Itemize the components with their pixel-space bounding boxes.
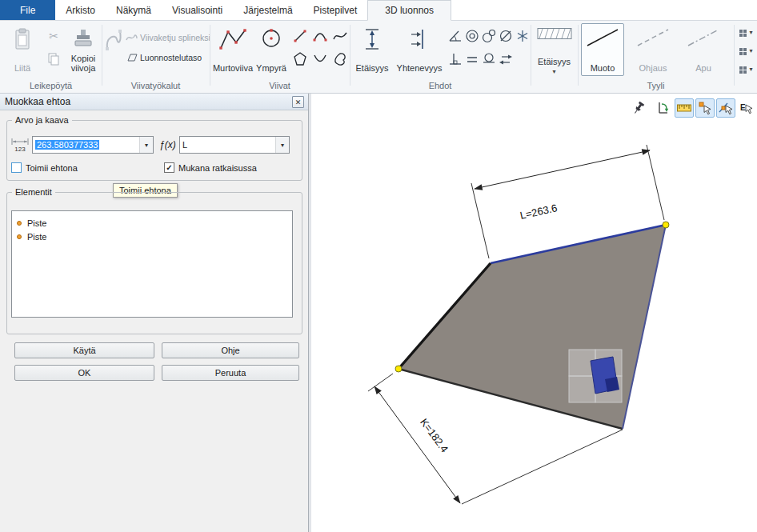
ribbon-group-line-tools: Viivaketju splineksi Luonnostelutaso Vii… <box>102 21 210 93</box>
snap-point-button[interactable] <box>695 98 715 118</box>
in-solution-checkbox[interactable]: ✓ Mukana ratkaisussa <box>164 162 257 173</box>
tab-pistepilvet[interactable]: Pistepilvet <box>303 0 368 20</box>
point-marker-icon <box>17 234 22 239</box>
list-item[interactable]: Piste <box>12 216 292 230</box>
line-segment-icon <box>292 28 308 44</box>
style-aux-button[interactable]: Apu <box>682 23 725 76</box>
measure-distance-button[interactable]: Etäisyys ▾ <box>534 23 575 76</box>
elements-listbox[interactable]: Piste Piste <box>11 210 293 318</box>
parallel-icon <box>464 51 480 67</box>
tab-visualisointi[interactable]: Visualisointi <box>162 0 233 20</box>
dialog-titlebar[interactable]: Muokkaa ehtoa ✕ <box>0 94 308 110</box>
spline-button[interactable] <box>331 26 349 46</box>
formula-dropdown-button[interactable]: ▾ <box>275 137 289 153</box>
arc-three-point-icon <box>312 51 328 67</box>
polyline-button[interactable]: Murtoviiva <box>211 23 254 76</box>
vertex-marker-top-right[interactable] <box>663 222 669 228</box>
polygon-button[interactable] <box>291 50 309 69</box>
arc-three-point-button[interactable] <box>311 50 329 69</box>
ok-button[interactable]: OK <box>14 365 154 381</box>
cut-button[interactable]: ✂ <box>43 26 64 46</box>
grid-options-button-1[interactable]: ▾ <box>735 25 756 41</box>
tab-nakyma[interactable]: Näkymä <box>106 0 162 20</box>
ruler-button[interactable] <box>675 98 694 118</box>
symmetry-constraint-button[interactable] <box>498 50 514 69</box>
sketch-drawing: L=263.6 K=182.4 <box>311 94 757 532</box>
closed-spline-button[interactable] <box>331 50 349 69</box>
ribbon-group-overflow: ▾ ▾ ▾ <box>734 21 757 93</box>
dash-dot-line-icon <box>686 27 721 48</box>
style-aux-label: Apu <box>695 63 711 73</box>
cancel-button[interactable]: Peruuta <box>162 365 299 381</box>
arc-button[interactable] <box>311 26 329 46</box>
diameter-icon <box>498 28 514 44</box>
tab-arkisto[interactable]: Arkisto <box>55 0 106 20</box>
dimension-label-k[interactable]: K=182.4 <box>418 416 451 454</box>
style-shape-label: Muoto <box>591 63 615 73</box>
parallel-constraint-button[interactable] <box>464 50 480 69</box>
value-input[interactable]: 263.580377333 ▾ <box>32 136 154 154</box>
line-segment-button[interactable] <box>291 26 309 46</box>
fix-constraint-button[interactable] <box>515 26 531 46</box>
spline-chain-button[interactable]: Viivaketju splineksi <box>126 30 210 46</box>
value-dropdown-button[interactable]: ▾ <box>139 137 153 153</box>
close-button[interactable]: ✕ <box>292 96 304 108</box>
distance-constraint-button[interactable]: Etäisyys <box>351 23 393 76</box>
ribbon: Liitä ✂ Kopioi viivoja Leikepöytä <box>0 21 757 94</box>
copy-lines-button[interactable]: Kopioi viivoja <box>66 23 101 76</box>
tab-file[interactable]: File <box>0 0 55 20</box>
pin-button[interactable] <box>629 98 648 118</box>
style-shape-button[interactable]: Muoto <box>581 23 624 76</box>
copy-lines-label: Kopioi viivoja <box>66 54 100 73</box>
perpendicular-constraint-button[interactable] <box>447 50 463 69</box>
list-item[interactable]: Piste <box>12 230 292 243</box>
tangent-circles-constraint-button[interactable] <box>481 26 497 46</box>
tangent-constraint-button[interactable] <box>481 50 497 69</box>
angle-constraint-button[interactable] <box>447 26 463 46</box>
ribbon-group-clipboard: Liitä ✂ Kopioi viivoja Leikepöytä <box>0 21 102 93</box>
blue-face-dark[interactable] <box>605 377 619 392</box>
circle-button[interactable]: Ympyrä <box>254 23 288 76</box>
drawing-canvas[interactable]: L=263.6 K=182.4 <box>311 94 757 532</box>
scissors-icon: ✂ <box>49 30 58 42</box>
formula-select[interactable]: L ▾ <box>179 136 290 154</box>
vertex-marker-left[interactable] <box>395 366 402 372</box>
snap-element-cursor-icon: E <box>739 100 755 116</box>
sketch-polygon[interactable] <box>399 225 666 429</box>
snap-line-button[interactable] <box>716 98 735 118</box>
dimension-value-icon: 123 <box>10 137 30 153</box>
canvas-toolbar: E <box>629 98 756 118</box>
in-solution-label: Mukana ratkaisussa <box>178 163 257 173</box>
diameter-constraint-button[interactable] <box>498 26 514 46</box>
apply-button[interactable]: Käytä <box>14 342 154 358</box>
grid-icon <box>739 66 747 74</box>
align-view-icon <box>655 100 671 116</box>
dimension-label-l[interactable]: L=263.6 <box>519 202 558 222</box>
snap-element-button[interactable]: E <box>737 98 756 118</box>
checkbox-box[interactable] <box>11 162 22 173</box>
closed-spline-icon <box>332 51 348 67</box>
elements-legend: Elementit <box>12 187 55 197</box>
grid-options-button-2[interactable]: ▾ <box>735 43 756 59</box>
chevron-down-icon: ▾ <box>145 142 148 149</box>
concentric-constraint-button[interactable] <box>464 26 480 46</box>
ribbon-group-lines: Murtoviiva Ympyrä <box>210 21 350 93</box>
grid-options-button-3[interactable]: ▾ <box>735 62 756 78</box>
paste-button[interactable]: Liitä <box>5 23 40 76</box>
tab-jarjestelma[interactable]: Järjestelmä <box>233 0 302 20</box>
copy-button[interactable] <box>43 50 64 69</box>
style-control-button[interactable]: Ohjaus <box>629 23 677 76</box>
sketch-plane-button[interactable]: Luonnostelutaso <box>126 50 202 66</box>
help-button[interactable]: Ohje <box>162 342 299 358</box>
acts-as-constraint-checkbox[interactable]: Toimii ehtona <box>11 162 78 173</box>
align-view-button[interactable] <box>654 98 673 118</box>
sketch-plane-label: Luonnostelutaso <box>140 53 202 62</box>
checkbox-box-checked[interactable]: ✓ <box>164 162 174 173</box>
spline-tool-button[interactable] <box>103 23 124 76</box>
check-icon: ✓ <box>166 163 172 172</box>
tab-3d-luonnos[interactable]: 3D luonnos <box>367 0 451 21</box>
dashed-line-icon <box>635 27 671 48</box>
snap-line-cursor-icon <box>718 100 734 116</box>
group-label-line-tools: Viivatyökalut <box>102 81 210 90</box>
coincidence-button[interactable]: Yhtenevyys <box>395 23 444 76</box>
